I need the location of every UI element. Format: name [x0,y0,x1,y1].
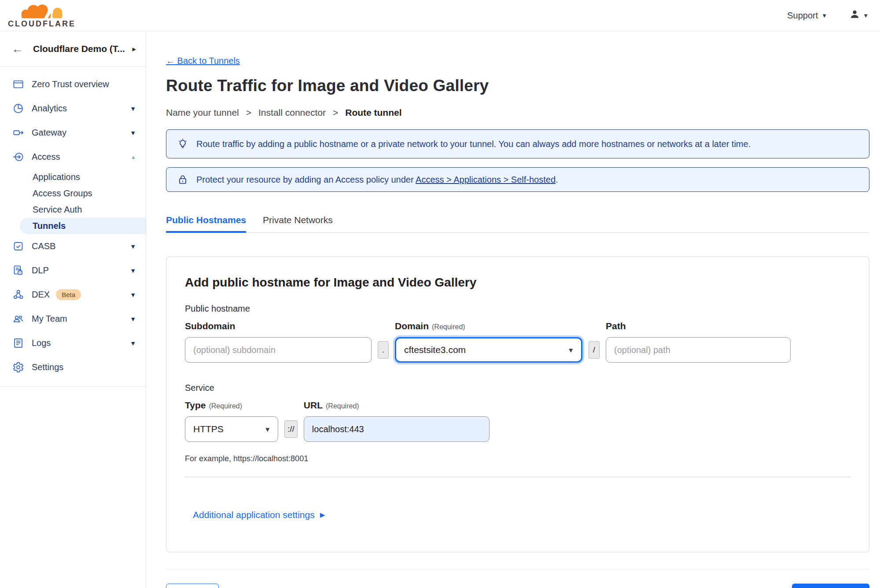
casb-check-icon [12,240,24,252]
top-header: CLOUDFLARE Support ▼ ▼ [0,0,880,31]
dot-separator: . [378,341,389,359]
sidebar-item-dlp[interactable]: DLP ▼ [0,258,146,283]
analytics-pie-icon [12,103,24,114]
chevron-right-icon[interactable]: ▸ [132,44,136,54]
sidebar-item-logs[interactable]: Logs ▼ [0,331,146,355]
access-icon [12,151,24,163]
chevron-down-icon[interactable]: ▼ [130,340,136,347]
back-button[interactable]: Back [166,584,219,588]
main-content: ← Back to Tunnels Route Traffic for Imag… [146,31,880,588]
chevron-down-icon[interactable]: ▼ [130,267,136,274]
card-heading: Add public hostname for Image and Video … [185,276,851,290]
sidebar-item-label: DEX [32,290,50,300]
chevron-down-icon: ▼ [863,12,869,19]
sidebar-item-label: Applications [33,172,80,182]
sidebar-item-applications[interactable]: Applications [0,169,146,185]
service-url-field: URL(Required) [304,400,490,442]
breadcrumb-separator: > [333,107,338,118]
subdomain-field: Subdomain [185,321,372,363]
sidebar-item-dex[interactable]: DEX Beta ▼ [0,283,146,307]
sidebar-item-tunnels[interactable]: Tunnels [20,218,146,234]
service-url-input[interactable] [304,416,490,442]
sidebar-item-settings[interactable]: Settings [0,355,146,379]
sidebar-item-analytics[interactable]: Analytics ▼ [0,96,146,121]
chevron-down-icon[interactable]: ▼ [130,243,136,250]
chevron-down-icon[interactable]: ▼ [130,291,136,298]
sidebar-item-gateway[interactable]: Gateway ▼ [0,121,146,145]
sidebar-item-label: Gateway [32,128,66,138]
sidebar-item-label: Zero Trust overview [32,79,109,89]
sidebar: ← Cloudflare Demo (T... ▸ Zero Trust ove… [0,31,146,588]
path-field: Path [606,321,791,363]
page-title: Route Traffic for Image and Video Galler… [166,77,869,95]
chevron-down-icon[interactable]: ▼ [130,129,136,136]
domain-select[interactable]: cftestsite3.com ▼ [395,337,582,363]
chevron-down-icon[interactable]: ▼ [130,316,136,323]
route-traffic-info-banner: Route traffic by adding a public hostnam… [166,129,869,158]
hostname-fields-row: Subdomain . Domain(Required) cftestsite3… [185,321,851,363]
back-to-tunnels-link[interactable]: ← Back to Tunnels [166,56,240,66]
url-label: URL(Required) [304,400,490,411]
breadcrumb-step-name-tunnel[interactable]: Name your tunnel [166,107,239,118]
service-section-label: Service [185,383,851,393]
access-policy-banner: Protect your resource by adding an Acces… [166,167,869,192]
path-input[interactable] [606,337,791,363]
support-menu[interactable]: Support ▼ [787,11,827,21]
scheme-separator: :// [284,420,298,438]
tab-private-networks[interactable]: Private Networks [263,215,333,232]
wizard-footer: Back Save tunnel [166,584,869,588]
card-divider [185,477,851,477]
content-divider [166,569,869,570]
access-applications-link[interactable]: Access > Applications > Self-hosted [416,175,556,184]
dropdown-caret-icon: ▼ [264,426,271,433]
tab-public-hostnames[interactable]: Public Hostnames [166,215,246,232]
service-type-value: HTTPS [193,424,224,434]
chevron-down-icon[interactable]: ▼ [130,105,136,112]
account-name[interactable]: Cloudflare Demo (T... [33,44,132,54]
route-traffic-info-text: Route traffic by adding a public hostnam… [196,139,751,149]
subdomain-input[interactable] [185,337,372,363]
sidebar-item-my-team[interactable]: My Team ▼ [0,307,146,331]
expand-right-icon: ▶ [320,511,325,519]
required-hint: (Required) [209,402,242,410]
sidebar-item-service-auth[interactable]: Service Auth [0,202,146,218]
dex-network-icon [12,289,24,301]
hostname-tabs: Public Hostnames Private Networks [166,215,869,233]
additional-settings-label: Additional application settings [193,510,315,520]
additional-settings-toggle[interactable]: Additional application settings ▶ [193,510,325,520]
lock-icon [177,174,188,185]
beta-badge: Beta [56,289,81,300]
public-hostname-section-label: Public hostname [185,304,851,314]
user-account-menu[interactable]: ▼ [849,9,869,22]
domain-field: Domain(Required) cftestsite3.com ▼ [395,321,582,363]
sidebar-item-label: Logs [32,338,51,348]
logs-document-icon [12,337,24,349]
path-label: Path [606,321,791,331]
sidebar-item-label: Access [32,152,60,162]
cloudflare-logo: CLOUDFLARE [8,3,76,28]
type-label: Type(Required) [185,400,278,411]
subdomain-label: Subdomain [185,321,372,331]
service-fields-row: Type(Required) HTTPS ▼ :// URL(Required) [185,400,851,442]
slash-separator: / [589,341,600,359]
lightbulb-icon [177,138,188,150]
breadcrumb-separator: > [246,107,251,118]
sidebar-item-label: Tunnels [33,221,66,231]
sidebar-item-access-groups[interactable]: Access Groups [0,185,146,202]
sidebar-item-zero-trust-overview[interactable]: Zero Trust overview [0,72,146,96]
sidebar-item-access[interactable]: Access ▲ [0,145,146,169]
chevron-up-icon[interactable]: ▲ [131,154,136,160]
breadcrumb-step-install-connector[interactable]: Install connector [258,107,326,118]
sidebar-item-casb[interactable]: CASB ▼ [0,234,146,258]
sidebar-item-label: Service Auth [33,205,82,215]
support-label: Support [787,11,818,21]
required-hint: (Required) [432,323,465,331]
sidebar-item-label: Settings [32,362,63,372]
sidebar-item-label: Access Groups [33,188,92,198]
dlp-document-lock-icon [12,265,24,276]
service-type-select[interactable]: HTTPS ▼ [185,416,278,442]
back-arrow-icon[interactable]: ← [11,42,23,56]
sidebar-account-header: ← Cloudflare Demo (T... ▸ [0,31,146,67]
sidebar-item-label: CASB [32,241,55,251]
save-tunnel-button[interactable]: Save tunnel [792,584,869,588]
